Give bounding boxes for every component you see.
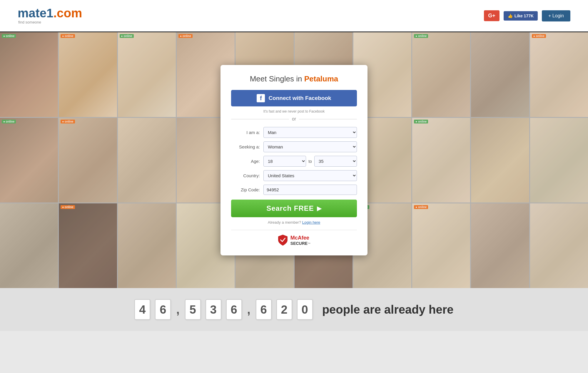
logo-tagline: find someone (18, 20, 82, 24)
online-badge: ● online (2, 120, 16, 123)
photo-cell: ● online (412, 203, 470, 288)
stat-digit-4: 6 (226, 299, 242, 320)
mcafee-shield-icon (278, 234, 288, 246)
photo-cell (471, 203, 529, 288)
logo[interactable]: mate1.com (18, 7, 82, 19)
stat-digit-2: 5 (185, 299, 201, 320)
stat-comma-1: , (247, 299, 250, 320)
search-button[interactable]: Search FREE ▶ (231, 200, 357, 217)
age-range: 1819202530 to 35404550 (263, 156, 357, 167)
stat-digit-0: 4 (134, 299, 150, 320)
photo-cell: ● online (412, 32, 470, 117)
online-badge: ● online (61, 205, 75, 209)
online-badge: ● online (178, 34, 193, 38)
already-member-label: Already a member? (268, 220, 301, 225)
photo-cell (471, 32, 529, 117)
photo-cell (530, 118, 588, 203)
facebook-subtext: It's fast and we never post to Facebook (231, 109, 357, 113)
search-label: Search FREE (266, 204, 314, 213)
stat-digit-1: 6 (155, 299, 171, 320)
age-label: Age: (231, 159, 263, 164)
stat-digit-6: 2 (276, 299, 292, 320)
facebook-like-button[interactable]: 👍 Like 177K (504, 11, 538, 21)
signup-form-card: Meet Singles in Petaluma f Connect with … (220, 65, 368, 255)
photo-cell (0, 203, 58, 288)
mcafee-tm: ™ (308, 242, 310, 245)
country-select[interactable]: United States Canada United Kingdom (263, 170, 357, 181)
online-badge: ● online (532, 34, 546, 38)
iam-select[interactable]: Man Woman (263, 127, 357, 138)
thumbs-up-icon: 👍 (508, 14, 513, 18)
already-member-text: Already a member? Login here (231, 220, 357, 225)
or-text: or (292, 116, 296, 122)
login-link-text: Login here (302, 220, 320, 225)
search-arrow-icon: ▶ (317, 205, 322, 212)
country-row: Country: United States Canada United Kin… (231, 170, 357, 181)
photo-cell: ● online (0, 32, 58, 117)
photo-cell: ● online (59, 118, 117, 203)
photo-cell: ● online (59, 32, 117, 117)
main-area: ● online ● online ● online ● online ● on… (0, 32, 588, 288)
header: mate1.com find someone G+ 👍 Like 177K + … (0, 0, 588, 32)
mcafee-secure-label: SECURE™ (290, 241, 310, 246)
stat-suffix: people are already here (322, 303, 454, 316)
photo-cell (118, 118, 176, 203)
login-button[interactable]: + Login (542, 10, 570, 21)
photo-cell: ● online (59, 203, 117, 288)
zip-row: Zip Code: (231, 185, 357, 195)
age-row: Age: 1819202530 to 35404550 (231, 156, 357, 167)
zip-input[interactable] (263, 185, 357, 195)
mcafee-logo: McAfee SECURE™ (278, 234, 310, 246)
photo-cell (118, 203, 176, 288)
age-to-word: to (308, 159, 312, 164)
photo-cell: ● online (118, 32, 176, 117)
fb-like-count: Like 177K (514, 14, 534, 18)
online-badge: ● online (414, 120, 428, 123)
title-prefix: Meet Singles in (250, 74, 304, 83)
facebook-icon: f (257, 94, 265, 102)
age-from-select[interactable]: 1819202530 (263, 156, 306, 167)
divider-line-left (231, 119, 289, 119)
stat-digit-3: 3 (206, 299, 221, 320)
login-link[interactable]: Login here (302, 220, 320, 225)
or-divider: or (231, 116, 357, 122)
gplus-button[interactable]: G+ (484, 10, 500, 21)
form-title: Meet Singles in Petaluma (231, 74, 357, 83)
stat-comma-0: , (176, 299, 179, 320)
online-badge: ● online (2, 34, 16, 38)
city-name: Petaluma (304, 74, 338, 83)
online-badge: ● online (414, 205, 428, 209)
logo-domain: .com (53, 6, 82, 20)
fb-connect-label: Connect with Facebook (268, 95, 331, 101)
mcafee-text: McAfee SECURE™ (290, 235, 310, 246)
photo-cell (471, 118, 529, 203)
online-badge: ● online (61, 120, 75, 123)
zip-label: Zip Code: (231, 187, 263, 192)
facebook-connect-button[interactable]: f Connect with Facebook (231, 90, 357, 106)
logo-area: mate1.com find someone (18, 7, 82, 24)
photo-cell: ● online (412, 118, 470, 203)
age-to-select[interactable]: 35404550 (314, 156, 357, 167)
bottom-stats: 4 6 , 5 3 6 , 6 2 0 people are already h… (0, 288, 588, 331)
mcafee-name: McAfee (290, 235, 310, 241)
mcafee-area: McAfee SECURE™ (231, 230, 357, 247)
divider-line-right (299, 119, 357, 119)
country-label: Country: (231, 173, 263, 178)
online-badge: ● online (414, 34, 428, 38)
header-right: G+ 👍 Like 177K + Login (484, 10, 570, 21)
gplus-label: G+ (488, 13, 495, 19)
stat-digit-7: 0 (297, 299, 313, 320)
login-label: + Login (548, 13, 564, 18)
seeking-select[interactable]: Woman Man (263, 141, 357, 152)
stat-digit-5: 6 (256, 299, 272, 320)
online-badge: ● online (120, 34, 134, 38)
iam-label: I am a: (231, 130, 263, 135)
photo-cell (530, 203, 588, 288)
photo-cell: ● online (0, 118, 58, 203)
iam-row: I am a: Man Woman (231, 127, 357, 138)
seeking-label: Seeking a: (231, 144, 263, 149)
photo-cell: ● online (530, 32, 588, 117)
seeking-row: Seeking a: Woman Man (231, 141, 357, 152)
online-badge: ● online (61, 34, 75, 38)
